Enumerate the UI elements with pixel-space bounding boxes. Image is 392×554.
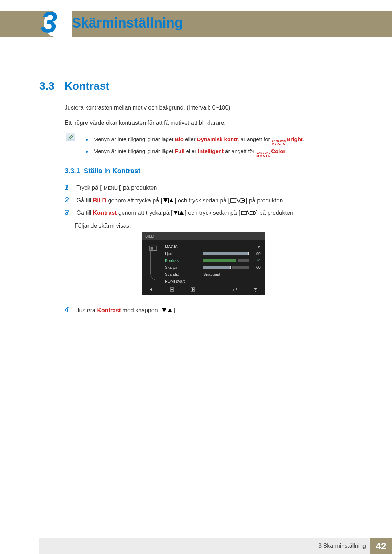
osd-row-skarpa: Skärpa: 60 <box>165 264 261 271</box>
osd-screenshot: BILD MAGIC ▸ Ljus: 99 Kontrast: <box>142 232 265 295</box>
down-up-icon <box>162 308 172 313</box>
intro-paragraph-2: Ett högre värde ökar kontrasten för att … <box>65 120 226 126</box>
enter-icon <box>232 287 237 292</box>
svg-rect-17 <box>167 308 167 313</box>
subsection-heading: 3.3.1 Ställa in Kontrast <box>65 167 140 175</box>
osd-title: BILD <box>142 232 265 240</box>
svg-rect-1 <box>231 199 236 202</box>
osd-footer-icons <box>142 285 265 293</box>
note-icon <box>66 133 75 141</box>
note-item-2: ● Menyn är inte tillgänglig när läget Fu… <box>86 145 304 157</box>
chevron-right-icon: ▸ <box>258 244 261 249</box>
svg-rect-0 <box>168 198 169 203</box>
svg-rect-4 <box>178 211 179 215</box>
menu-key: MENU <box>102 185 120 191</box>
step-1: 1 Tryck på [MENU] på produkten. <box>65 181 295 194</box>
down-up-icon <box>163 198 174 203</box>
step-2: 2 Gå till BILD genom att trycka på [] oc… <box>65 194 295 206</box>
samsung-magic-label: SAMSUNGMAGIC <box>272 140 286 145</box>
minus-icon <box>169 287 175 292</box>
footer-text: 3 Skärminställning <box>318 543 366 549</box>
step-3-followup: Följande skärm visas. <box>65 220 295 232</box>
osd-row-ljus: Ljus: 99 <box>165 250 261 257</box>
svg-point-3 <box>242 200 244 201</box>
svg-point-7 <box>253 212 254 214</box>
chapter-number: 3 <box>41 5 57 39</box>
osd-picture-icon <box>149 245 157 251</box>
back-icon <box>148 287 154 292</box>
step-3: 3 Gå till Kontrast genom att trycka på [… <box>65 206 295 219</box>
box-source-icon <box>230 198 245 203</box>
step-4: 4 Justera Kontrast med knappen []. <box>65 306 176 314</box>
plus-icon <box>190 287 196 292</box>
box-source-icon <box>241 210 256 216</box>
samsung-magic-label: SAMSUNGMAGIC <box>256 152 271 157</box>
osd-row-kontrast: Kontrast: 74 <box>165 257 261 264</box>
osd-row-hdmi: HDMI svart <box>165 278 261 284</box>
footer: 3 Skärminställning 42 <box>39 538 392 554</box>
svg-rect-14 <box>192 288 193 291</box>
osd-row-svarstid: Svarstid: Snabbast <box>165 271 261 278</box>
osd-row-magic: MAGIC ▸ <box>165 243 261 250</box>
svg-rect-11 <box>171 289 173 290</box>
section-title: Kontrast <box>65 80 109 92</box>
section-number: 3.3 <box>39 80 54 92</box>
svg-rect-5 <box>241 211 246 215</box>
page-number: 42 <box>370 538 392 554</box>
svg-rect-9 <box>151 247 153 249</box>
intro-paragraph-1: Justera kontrasten mellan motiv och bakg… <box>65 104 230 111</box>
chapter-title: Skärminställning <box>72 15 183 31</box>
power-icon <box>253 287 258 292</box>
svg-rect-16 <box>255 288 256 290</box>
steps-list: 1 Tryck på [MENU] på produkten. 2 Gå til… <box>65 181 295 232</box>
note-item-1: ● Menyn är inte tillgänglig när läget Bi… <box>86 134 304 145</box>
down-up-icon <box>173 210 184 216</box>
note-list: ● Menyn är inte tillgänglig när läget Bi… <box>86 134 304 157</box>
